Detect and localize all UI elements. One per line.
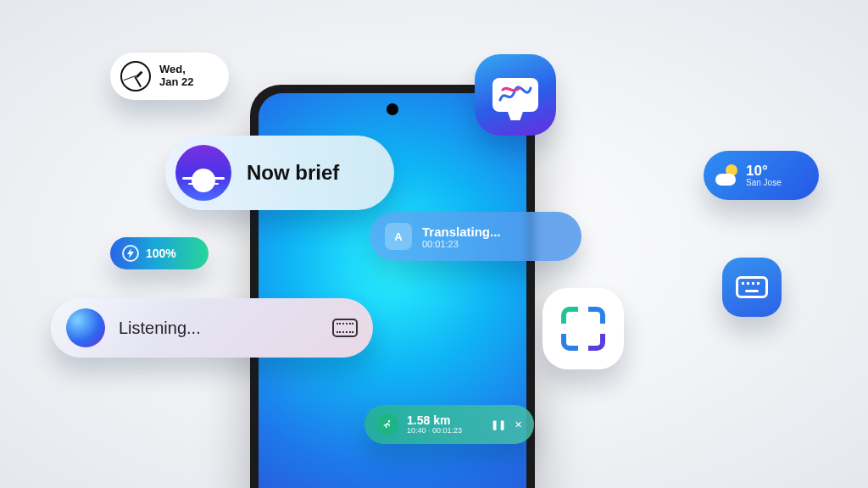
- translating-chip[interactable]: A Translating... 00:01:23: [370, 212, 581, 261]
- translating-title: Translating...: [422, 225, 501, 239]
- weather-temp: 10°: [746, 164, 782, 178]
- whiteboard-app-icon[interactable]: [475, 54, 556, 136]
- translating-timer: 00:01:23: [422, 239, 501, 249]
- workout-distance: 1.58 km: [407, 414, 462, 426]
- battery-level: 100%: [146, 247, 176, 260]
- assistant-orb-icon: [66, 308, 105, 347]
- easel-icon: [492, 78, 538, 112]
- clock-day: Wed,: [159, 64, 193, 76]
- clock-icon: [120, 61, 151, 92]
- promo-canvas: Wed, Jan 22 Now brief 100% Listening... …: [0, 0, 868, 488]
- workout-time: 10:40 · 00:01:23: [407, 426, 462, 435]
- battery-widget[interactable]: 100%: [110, 237, 209, 269]
- keyboard-toggle-icon[interactable]: [332, 319, 358, 337]
- assistant-status-label: Listening...: [119, 319, 319, 338]
- now-brief-label: Now brief: [247, 161, 339, 185]
- assistant-input-bar[interactable]: Listening...: [51, 298, 373, 358]
- sunrise-icon: [175, 145, 231, 201]
- close-icon[interactable]: ✕: [515, 419, 522, 430]
- clock-date: Wed, Jan 22: [159, 64, 193, 89]
- now-brief-widget[interactable]: Now brief: [165, 136, 394, 210]
- keyboard-app-icon[interactable]: [722, 258, 782, 317]
- smart-select-icon[interactable]: [542, 288, 624, 369]
- workout-chip[interactable]: 1.58 km 10:40 · 00:01:23 ❚❚ ✕: [364, 405, 534, 444]
- clock-date-value: Jan 22: [159, 76, 193, 89]
- capture-brackets-icon: [561, 307, 605, 351]
- weather-widget[interactable]: 10° San Jose: [704, 151, 819, 200]
- clock-widget[interactable]: Wed, Jan 22: [110, 53, 229, 100]
- front-camera: [387, 103, 398, 115]
- partly-cloudy-icon: [715, 164, 739, 187]
- weather-city: San Jose: [746, 178, 782, 187]
- running-icon: [376, 413, 398, 435]
- translate-icon: A: [385, 223, 412, 250]
- keyboard-icon: [736, 276, 768, 298]
- pause-icon[interactable]: ❚❚: [491, 419, 506, 430]
- bolt-icon: [122, 245, 139, 262]
